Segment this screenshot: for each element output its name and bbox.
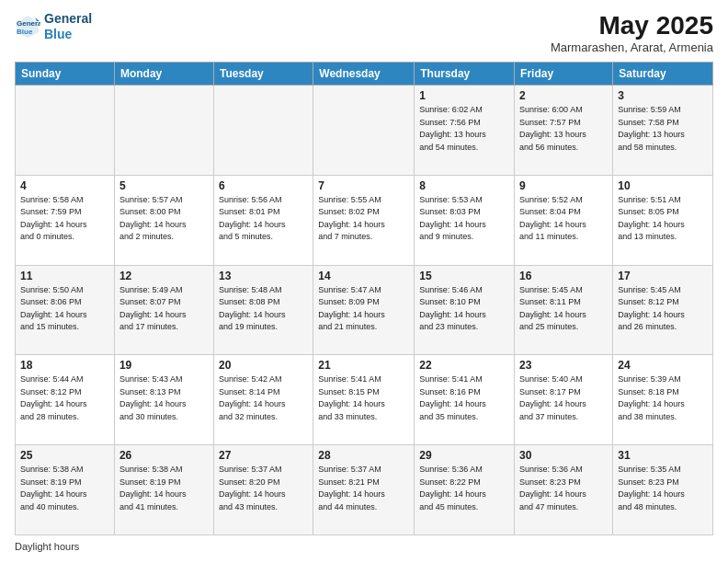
day-number: 19 — [119, 359, 209, 372]
calendar-header-row: SundayMondayTuesdayWednesdayThursdayFrid… — [16, 63, 713, 86]
day-number: 4 — [20, 179, 109, 192]
calendar-cell: 11Sunrise: 5:50 AM Sunset: 8:06 PM Dayli… — [16, 265, 115, 355]
header: General Blue General Blue May 2025 Marma… — [15, 11, 713, 54]
calendar-cell: 24Sunrise: 5:39 AM Sunset: 8:18 PM Dayli… — [613, 355, 713, 445]
day-info: Sunrise: 5:41 AM Sunset: 8:15 PM Dayligh… — [318, 373, 409, 423]
calendar-cell: 10Sunrise: 5:51 AM Sunset: 8:05 PM Dayli… — [613, 175, 713, 265]
calendar-cell: 29Sunrise: 5:36 AM Sunset: 8:22 PM Dayli… — [415, 445, 515, 535]
calendar-cell: 17Sunrise: 5:45 AM Sunset: 8:12 PM Dayli… — [613, 265, 713, 355]
day-info: Sunrise: 5:52 AM Sunset: 8:04 PM Dayligh… — [519, 194, 608, 244]
day-info: Sunrise: 5:48 AM Sunset: 8:08 PM Dayligh… — [219, 284, 308, 334]
calendar-cell: 9Sunrise: 5:52 AM Sunset: 8:04 PM Daylig… — [515, 175, 613, 265]
calendar-cell: 7Sunrise: 5:55 AM Sunset: 8:02 PM Daylig… — [313, 175, 415, 265]
svg-text:Blue: Blue — [17, 28, 33, 36]
day-info: Sunrise: 5:41 AM Sunset: 8:16 PM Dayligh… — [419, 373, 509, 423]
footer: Daylight hours — [15, 541, 713, 552]
day-info: Sunrise: 5:59 AM Sunset: 7:58 PM Dayligh… — [618, 104, 708, 154]
calendar-cell: 28Sunrise: 5:37 AM Sunset: 8:21 PM Dayli… — [313, 445, 415, 535]
calendar-header-friday: Friday — [515, 63, 613, 86]
day-info: Sunrise: 5:37 AM Sunset: 8:21 PM Dayligh… — [318, 464, 409, 513]
day-number: 9 — [519, 179, 608, 192]
day-info: Sunrise: 5:56 AM Sunset: 8:01 PM Dayligh… — [219, 194, 308, 244]
day-number: 12 — [119, 270, 209, 282]
calendar-cell: 26Sunrise: 5:38 AM Sunset: 8:19 PM Dayli… — [114, 445, 213, 535]
day-number: 14 — [318, 270, 409, 282]
day-number: 25 — [20, 449, 109, 462]
day-number: 7 — [318, 179, 409, 192]
calendar-cell: 27Sunrise: 5:37 AM Sunset: 8:20 PM Dayli… — [213, 445, 313, 535]
day-number: 29 — [419, 449, 509, 462]
day-info: Sunrise: 5:49 AM Sunset: 8:07 PM Dayligh… — [119, 284, 209, 334]
logo-icon: General Blue — [15, 14, 40, 40]
day-number: 5 — [119, 179, 209, 192]
day-info: Sunrise: 5:45 AM Sunset: 8:11 PM Dayligh… — [519, 284, 608, 334]
calendar-cell: 20Sunrise: 5:42 AM Sunset: 8:14 PM Dayli… — [213, 355, 313, 445]
calendar-cell: 12Sunrise: 5:49 AM Sunset: 8:07 PM Dayli… — [114, 265, 213, 355]
day-info: Sunrise: 5:38 AM Sunset: 8:19 PM Dayligh… — [20, 464, 109, 513]
calendar-cell: 6Sunrise: 5:56 AM Sunset: 8:01 PM Daylig… — [213, 175, 313, 265]
calendar-header-thursday: Thursday — [415, 63, 515, 86]
calendar-header-saturday: Saturday — [613, 63, 713, 86]
day-info: Sunrise: 5:47 AM Sunset: 8:09 PM Dayligh… — [318, 284, 409, 334]
calendar-cell: 14Sunrise: 5:47 AM Sunset: 8:09 PM Dayli… — [313, 265, 415, 355]
main-title: May 2025 — [551, 11, 713, 40]
calendar-cell: 1Sunrise: 6:02 AM Sunset: 7:56 PM Daylig… — [415, 86, 515, 176]
day-number: 16 — [519, 270, 608, 282]
calendar-cell: 3Sunrise: 5:59 AM Sunset: 7:58 PM Daylig… — [613, 86, 713, 176]
day-info: Sunrise: 5:35 AM Sunset: 8:23 PM Dayligh… — [618, 464, 708, 513]
calendar-header-sunday: Sunday — [16, 63, 115, 86]
calendar-cell: 8Sunrise: 5:53 AM Sunset: 8:03 PM Daylig… — [415, 175, 515, 265]
day-number: 21 — [318, 359, 409, 372]
day-info: Sunrise: 5:57 AM Sunset: 8:00 PM Dayligh… — [119, 194, 209, 244]
day-info: Sunrise: 5:36 AM Sunset: 8:22 PM Dayligh… — [419, 464, 509, 513]
day-info: Sunrise: 5:50 AM Sunset: 8:06 PM Dayligh… — [20, 284, 109, 334]
day-info: Sunrise: 5:46 AM Sunset: 8:10 PM Dayligh… — [419, 284, 509, 334]
day-info: Sunrise: 6:02 AM Sunset: 7:56 PM Dayligh… — [419, 104, 509, 154]
calendar-cell: 5Sunrise: 5:57 AM Sunset: 8:00 PM Daylig… — [114, 175, 213, 265]
calendar-cell: 21Sunrise: 5:41 AM Sunset: 8:15 PM Dayli… — [313, 355, 415, 445]
calendar-week-3: 11Sunrise: 5:50 AM Sunset: 8:06 PM Dayli… — [16, 265, 713, 355]
day-info: Sunrise: 5:37 AM Sunset: 8:20 PM Dayligh… — [219, 464, 308, 513]
day-number: 22 — [419, 359, 509, 372]
calendar-cell: 25Sunrise: 5:38 AM Sunset: 8:19 PM Dayli… — [16, 445, 115, 535]
subtitle: Marmarashen, Ararat, Armenia — [551, 40, 713, 54]
calendar-cell: 18Sunrise: 5:44 AM Sunset: 8:12 PM Dayli… — [16, 355, 115, 445]
day-number: 11 — [20, 270, 109, 282]
calendar-cell: 13Sunrise: 5:48 AM Sunset: 8:08 PM Dayli… — [213, 265, 313, 355]
calendar-week-4: 18Sunrise: 5:44 AM Sunset: 8:12 PM Dayli… — [16, 355, 713, 445]
daylight-label: Daylight hours — [15, 541, 79, 552]
calendar-cell — [313, 86, 415, 176]
day-number: 2 — [519, 89, 608, 102]
logo-text: General Blue — [44, 11, 92, 42]
calendar-cell: 22Sunrise: 5:41 AM Sunset: 8:16 PM Dayli… — [415, 355, 515, 445]
day-number: 23 — [519, 359, 608, 372]
calendar-cell — [16, 86, 115, 176]
day-info: Sunrise: 5:55 AM Sunset: 8:02 PM Dayligh… — [318, 194, 409, 244]
day-number: 13 — [219, 270, 308, 282]
day-info: Sunrise: 5:51 AM Sunset: 8:05 PM Dayligh… — [618, 194, 708, 244]
calendar-week-2: 4Sunrise: 5:58 AM Sunset: 7:59 PM Daylig… — [16, 175, 713, 265]
day-number: 31 — [618, 449, 708, 462]
day-number: 1 — [419, 89, 509, 102]
logo: General Blue General Blue — [15, 11, 92, 42]
calendar-cell: 16Sunrise: 5:45 AM Sunset: 8:11 PM Dayli… — [515, 265, 613, 355]
day-info: Sunrise: 5:36 AM Sunset: 8:23 PM Dayligh… — [519, 464, 608, 513]
calendar-cell: 15Sunrise: 5:46 AM Sunset: 8:10 PM Dayli… — [415, 265, 515, 355]
calendar-week-1: 1Sunrise: 6:02 AM Sunset: 7:56 PM Daylig… — [16, 86, 713, 176]
day-number: 24 — [618, 359, 708, 372]
day-number: 8 — [419, 179, 509, 192]
calendar-cell: 30Sunrise: 5:36 AM Sunset: 8:23 PM Dayli… — [515, 445, 613, 535]
day-info: Sunrise: 5:38 AM Sunset: 8:19 PM Dayligh… — [119, 464, 209, 513]
title-block: May 2025 Marmarashen, Ararat, Armenia — [551, 11, 713, 54]
calendar-cell: 2Sunrise: 6:00 AM Sunset: 7:57 PM Daylig… — [515, 86, 613, 176]
day-number: 17 — [618, 270, 708, 282]
calendar-cell: 31Sunrise: 5:35 AM Sunset: 8:23 PM Dayli… — [613, 445, 713, 535]
day-number: 27 — [219, 449, 308, 462]
day-number: 18 — [20, 359, 109, 372]
calendar-header-wednesday: Wednesday — [313, 63, 415, 86]
calendar-header-monday: Monday — [114, 63, 213, 86]
day-number: 15 — [419, 270, 509, 282]
day-info: Sunrise: 5:53 AM Sunset: 8:03 PM Dayligh… — [419, 194, 509, 244]
day-info: Sunrise: 5:40 AM Sunset: 8:17 PM Dayligh… — [519, 373, 608, 423]
day-info: Sunrise: 5:58 AM Sunset: 7:59 PM Dayligh… — [20, 194, 109, 244]
